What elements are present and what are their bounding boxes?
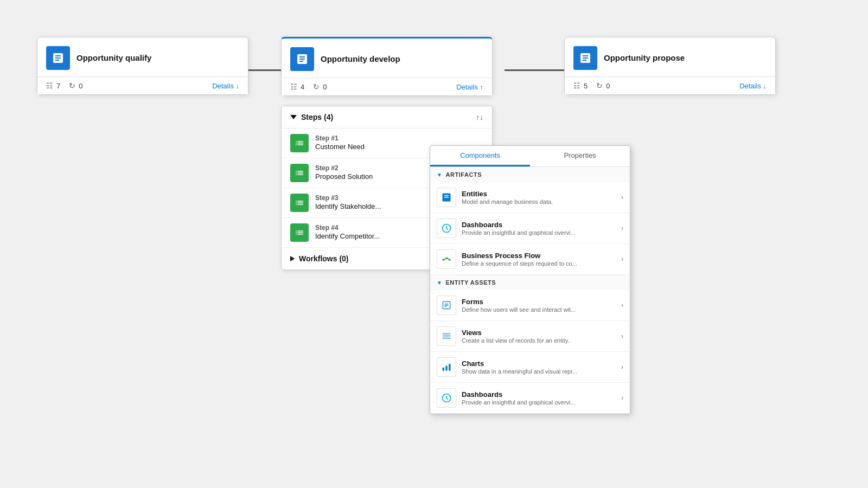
qualify-details-button[interactable]: Details ↓ [212,82,239,90]
step-icon-2 [290,164,309,182]
step-num-4: Step #4 [315,224,380,233]
card-qualify: Opportunity qualify ☷ 7 ↻ 0 Details ↓ [37,37,248,95]
card-qualify-workflows-stat: ↻ 0 [69,81,82,90]
views-text: Views Create a list view of records for … [462,329,616,344]
card-develop-steps-stat: ☷ 4 [290,82,304,91]
step-text-4: Step #4 Identify Competitor... [315,224,380,241]
step-name-3: Identify Stakeholde... [315,202,381,211]
dashboards-icon-box [437,219,456,238]
develop-steps-count: 4 [301,83,304,91]
asset-forms[interactable]: Forms Define how users will see and inte… [430,290,630,321]
develop-details-button[interactable]: Details ↑ [456,83,483,91]
steps-panel-header: Steps (4) ↑↓ [282,106,492,129]
asset-charts[interactable]: Charts Show data in a meaningful and vis… [430,352,630,383]
connector-line-2 [505,69,570,71]
dashboards-asset-text: Dashboards Provide an insightful and gra… [462,390,616,406]
propose-workflows-count: 0 [606,82,610,90]
step-icon-4 [290,223,309,242]
card-develop: Opportunity develop ☷ 4 ↻ 0 Details ↑ [281,37,493,96]
workflows-icon-develop: ↻ [313,82,320,91]
svg-rect-13 [443,368,444,371]
svg-rect-14 [445,366,447,371]
card-propose-icon [573,46,597,70]
artifact-entities[interactable]: Entities Model and manage business data.… [430,182,630,213]
artifact-dashboards[interactable]: Dashboards Provide an insightful and gra… [430,213,630,244]
tab-components[interactable]: Components [430,146,530,166]
steps-sort-arrows[interactable]: ↑↓ [476,113,483,121]
svg-rect-10 [443,333,451,335]
step-icon-3 [290,194,309,212]
tab-properties[interactable]: Properties [530,146,630,166]
artifact-bpf[interactable]: Business Process Flow Define a sequence … [430,244,630,275]
entities-name: Entities [462,190,616,198]
qualify-steps-count: 7 [56,82,60,90]
card-qualify-title: Opportunity qualify [76,53,151,63]
svg-rect-3 [449,259,450,260]
entities-arrow-icon: › [621,194,623,201]
forms-desc: Define how users will see and interact w… [462,306,616,313]
asset-dashboards[interactable]: Dashboards Provide an insightful and gra… [430,383,630,414]
main-canvas: Opportunity qualify ☷ 7 ↻ 0 Details ↓ Op… [0,0,868,488]
workflows-icon-propose: ↻ [596,81,603,90]
svg-rect-1 [443,259,445,260]
step-text-3: Step #3 Identify Stakeholde... [315,194,381,211]
steps-panel-title: Steps (4) [290,113,333,121]
step-name-4: Identify Competitor... [315,232,380,241]
entity-assets-section-header: ▼ ENTITY ASSETS [430,275,630,290]
card-develop-title: Opportunity develop [321,54,400,65]
steps-count-label: Steps (4) [301,113,333,121]
steps-icon: ☷ [46,81,53,90]
workflows-label: Workflows (0) [299,254,349,263]
card-qualify-icon [46,46,70,70]
step-num-1: Step #1 [315,134,365,143]
views-name: Views [462,329,616,337]
step-name-1: Customer Need [315,143,365,152]
svg-rect-11 [443,335,451,337]
bpf-desc: Define a sequence of steps required to c… [462,260,616,267]
dashboards-artifact-text: Dashboards Provide an insightful and gra… [462,221,616,236]
forms-arrow-icon: › [621,301,623,309]
artifacts-section-label: ARTIFACTS [445,171,482,178]
props-panel-tabs: Components Properties [430,146,630,167]
artifacts-section-header: ▼ ARTIFACTS [430,167,630,182]
svg-line-4 [445,258,446,260]
step-name-2: Proposed Solution [315,172,373,182]
charts-desc: Show data in a meaningful and visual rep… [462,368,616,375]
dashboards-asset-desc: Provide an insightful and graphical over… [462,399,616,406]
entities-desc: Model and manage business data. [462,198,616,205]
entities-icon-box [437,188,456,207]
dashboards-asset-arrow-icon: › [621,394,623,402]
svg-rect-12 [443,338,451,339]
forms-text: Forms Define how users will see and inte… [462,298,616,313]
card-propose-title: Opportunity propose [604,53,685,63]
step-num-3: Step #3 [315,194,381,203]
card-develop-header: Opportunity develop [282,38,492,78]
step-num-2: Step #2 [315,164,373,173]
dashboards-artifact-arrow-icon: › [621,224,623,232]
forms-name: Forms [462,298,616,306]
charts-text: Charts Show data in a meaningful and vis… [462,359,616,375]
svg-rect-15 [449,364,450,371]
dashboards-artifact-name: Dashboards [462,221,616,229]
propose-steps-count: 5 [584,82,588,90]
charts-icon-box [437,357,456,377]
asset-views[interactable]: Views Create a list view of records for … [430,321,630,352]
card-qualify-header: Opportunity qualify [37,37,248,77]
bpf-arrow-icon: › [621,255,623,263]
artifacts-chevron-icon: ▼ [437,172,442,178]
views-arrow-icon: › [621,332,623,340]
views-desc: Create a list view of records for an ent… [462,337,616,344]
card-propose: Opportunity propose ☷ 5 ↻ 0 Details ↓ [564,37,776,95]
card-propose-steps-stat: ☷ 5 [573,81,588,90]
card-propose-workflows-stat: ↻ 0 [596,81,610,90]
steps-icon-propose: ☷ [573,81,580,90]
entities-text: Entities Model and manage business data. [462,190,616,205]
qualify-workflows-count: 0 [79,82,82,90]
charts-arrow-icon: › [621,363,623,371]
card-propose-footer: ☷ 5 ↻ 0 Details ↓ [565,77,775,94]
step-text-1: Step #1 Customer Need [315,134,365,152]
dashboards-asset-icon-box [437,388,456,408]
propose-details-button[interactable]: Details ↓ [739,82,767,90]
card-develop-workflows-stat: ↻ 0 [313,82,327,91]
develop-workflows-count: 0 [323,83,327,91]
